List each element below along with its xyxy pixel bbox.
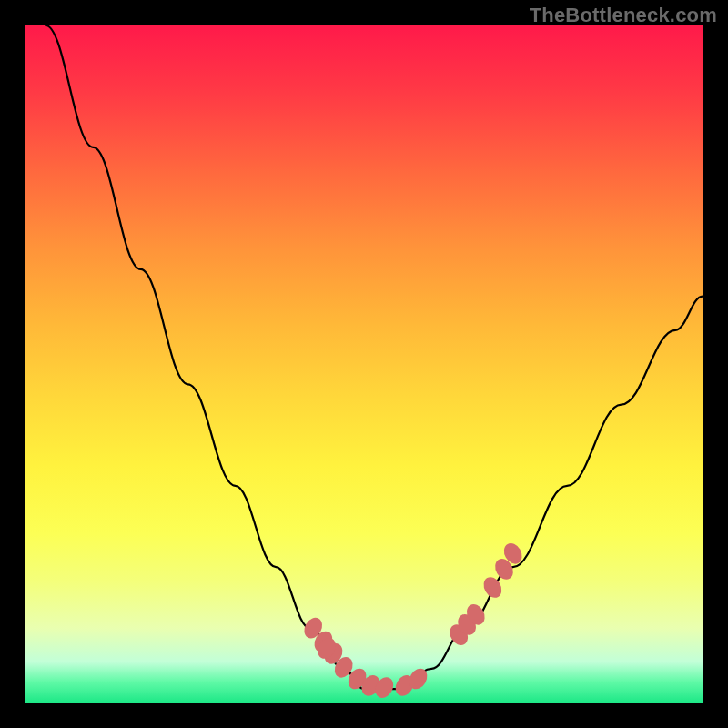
chart-frame: TheBottleneck.com — [0, 0, 728, 728]
chart-svg — [25, 25, 703, 703]
marker-cluster-right — [446, 540, 525, 648]
bottleneck-curve — [46, 25, 703, 689]
plot-area — [25, 25, 703, 703]
curve-marker — [480, 574, 506, 602]
watermark-text: TheBottleneck.com — [530, 4, 717, 27]
marker-cluster-left — [300, 614, 430, 701]
